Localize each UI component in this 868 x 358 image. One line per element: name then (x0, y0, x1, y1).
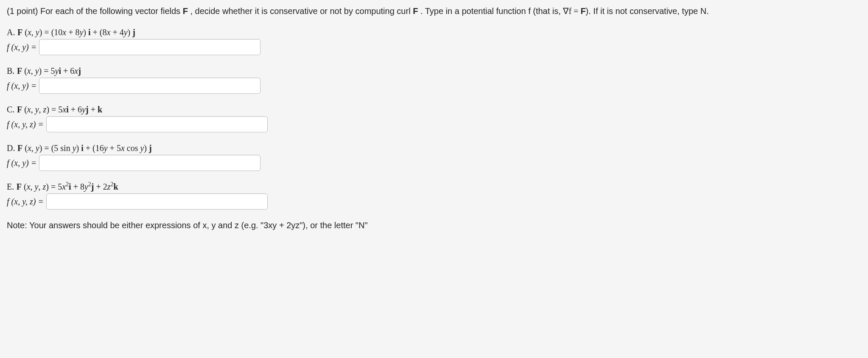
part-D-label: D. (7, 143, 15, 153)
intro-text-4: ). If it is not conservative, type N. (586, 6, 709, 16)
part-D: D. F (x, y) = (5 sin y) i + (16y + 5x co… (7, 143, 861, 171)
part-B-equation: F (x, y) = 5yi + 6xj (17, 66, 81, 76)
part-D-equation: F (x, y) = (5 sin y) i + (16y + 5x cos y… (17, 143, 152, 153)
part-A-answer-input[interactable] (39, 39, 260, 55)
points-label: (1 point) (7, 6, 38, 16)
part-E: E. F (x, y, z) = 5x2i + 8y2j + 2z2k f (x… (7, 182, 861, 210)
part-B-answer-label: f (x, y) = (7, 81, 36, 91)
part-C-equation: F (x, y, z) = 5xi + 6yj + k (17, 105, 102, 114)
part-B-label: B. (7, 66, 14, 76)
part-E-answer-input[interactable] (46, 193, 268, 210)
part-D-equation-line: D. F (x, y) = (5 sin y) i + (16y + 5x co… (7, 143, 861, 153)
part-C-answer-row: f (x, y, z) = (7, 116, 861, 132)
problem-intro: (1 point) For each of the following vect… (7, 5, 861, 17)
part-C-answer-input[interactable] (46, 116, 268, 132)
intro-F-1: F (183, 6, 188, 16)
part-C-equation-line: C. F (x, y, z) = 5xi + 6yj + k (7, 105, 861, 115)
part-B-answer-row: f (x, y) = (7, 78, 861, 94)
part-A-label: A. (7, 28, 15, 37)
intro-F-3: F (580, 6, 585, 16)
part-D-answer-label: f (x, y) = (7, 158, 36, 168)
part-E-equation: F (x, y, z) = 5x2i + 8y2j + 2z2k (17, 182, 118, 191)
part-A-answer-label: f (x, y) = (7, 42, 36, 52)
part-B-answer-input[interactable] (39, 78, 260, 94)
intro-F-2: F (413, 6, 418, 16)
intro-gradf: ∇f = (563, 6, 580, 16)
part-E-answer-label: f (x, y, z) = (7, 197, 44, 207)
note-text: Note: Your answers should be either expr… (7, 221, 861, 230)
part-A-equation: F (x, y) = (10x + 8y) i + (8x + 4y) j (17, 28, 135, 37)
part-B: B. F (x, y) = 5yi + 6xj f (x, y) = (7, 66, 861, 94)
part-C-answer-label: f (x, y, z) = (7, 120, 44, 129)
part-A-answer-row: f (x, y) = (7, 39, 861, 55)
part-E-equation-line: E. F (x, y, z) = 5x2i + 8y2j + 2z2k (7, 182, 861, 192)
part-D-answer-input[interactable] (39, 155, 260, 171)
part-C: C. F (x, y, z) = 5xi + 6yj + k f (x, y, … (7, 105, 861, 132)
part-E-answer-row: f (x, y, z) = (7, 193, 861, 210)
part-D-answer-row: f (x, y) = (7, 155, 861, 171)
part-B-equation-line: B. F (x, y) = 5yi + 6xj (7, 66, 861, 76)
intro-text-3: . Type in a potential function f (that i… (418, 6, 563, 16)
intro-text-1: For each of the following vector fields (38, 6, 182, 16)
part-A: A. F (x, y) = (10x + 8y) i + (8x + 4y) j… (7, 28, 861, 55)
intro-text-2: , decide whether it is conservative or n… (188, 6, 413, 16)
part-E-label: E. (7, 182, 14, 191)
part-C-label: C. (7, 105, 14, 114)
part-A-equation-line: A. F (x, y) = (10x + 8y) i + (8x + 4y) j (7, 28, 861, 37)
